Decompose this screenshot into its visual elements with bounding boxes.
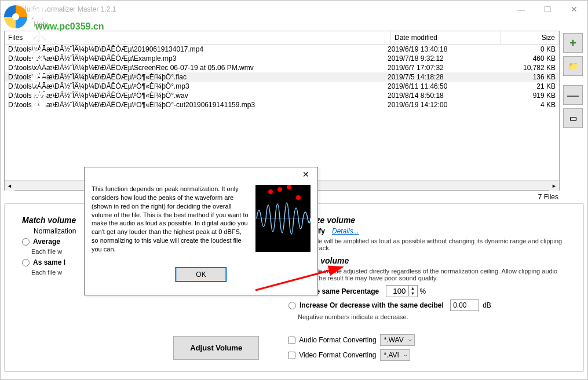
adjust-volume-button[interactable]: Adjust Volume <box>173 336 259 360</box>
assame-radio[interactable] <box>22 259 30 266</box>
file-name: D:\tools\xÀÃæ\ÐÂ½¨ÎÄ¼þ¼Ð\ÐÂÊÓÆµ\ºÓ¶«Èí¼þ… <box>8 92 388 100</box>
percentage-input[interactable] <box>386 286 407 297</box>
file-date: 2019/6/7 17:07:32 <box>388 64 498 72</box>
add-file-button[interactable]: + <box>563 33 583 53</box>
table-row[interactable]: D:\tools\xÀÃæ\ÐÂ½¨ÎÄ¼þ¼Ð\ÐÂÊÓÆµ\ºÓ¶«Èí¼þ… <box>5 82 559 91</box>
menu-help[interactable]: Help <box>28 18 54 31</box>
svg-point-2 <box>277 187 282 192</box>
table-row[interactable]: D:\tools\xÀÃæ\ÐÂ½¨ÎÄ¼þ¼Ð\ÐÂÊÓÆµ\ºÓ¶«Èí¼þ… <box>5 72 559 82</box>
average-label: Average <box>33 237 60 246</box>
video-format-select[interactable]: *.AVI <box>380 349 410 361</box>
table-row[interactable]: D:\tools\xÀÃæ\ÐÂ½¨ÎÄ¼þ¼Ð\ÐÂÊÓÆµ\ScreenRe… <box>5 63 559 72</box>
tooltip-close-button[interactable]: ✕ <box>298 170 314 181</box>
file-name: D:\tools\xÀÃæ\ÐÂ½¨ÎÄ¼þ¼Ð\ÐÂÊÓÆµ\Example.… <box>8 54 388 63</box>
maximize-title: Maximize volume <box>288 215 566 225</box>
side-buttons: + 📁 — ▭ <box>563 31 584 191</box>
file-size: 4 KB <box>498 101 556 109</box>
minimize-button[interactable]: — <box>507 1 534 18</box>
clear-button[interactable]: ▭ <box>563 108 583 128</box>
decibel-unit: dB <box>483 301 491 309</box>
file-size: 21 KB <box>498 82 556 90</box>
table-row[interactable]: D:\tools\xÀÃæ\ÐÂ½¨ÎÄ¼þ¼Ð\ÐÂÊÓÆµ\20190619… <box>5 45 559 54</box>
app-window: 河东软件园 www.pc0359.cn Volume Normalizer Ma… <box>0 0 588 380</box>
menubar: File Help <box>1 18 587 31</box>
svg-point-3 <box>287 185 291 189</box>
table-row[interactable]: D:\tools\xÀÃæ\ÐÂ½¨ÎÄ¼þ¼Ð\ÐÂÊÓÆµ\ºÓ¶«Èí¼þ… <box>5 100 559 109</box>
file-name: D:\tools\xÀÃæ\ÐÂ½¨ÎÄ¼þ¼Ð\ÐÂÊÓÆµ\ºÓ¶«Èí¼þ… <box>8 101 388 109</box>
spin-down-icon[interactable]: ▼ <box>408 291 417 296</box>
bottom-controls: Adjust Volume Audio Format Converting *.… <box>10 330 578 366</box>
file-headers: Files Date modified Size <box>5 31 559 45</box>
file-name: D:\tools\xÀÃæ\ÐÂ½¨ÎÄ¼þ¼Ð\ÐÂÊÓÆµ\ºÓ¶«Èí¼þ… <box>8 82 388 90</box>
negative-note: Negative numbers indicate a decrease. <box>298 313 566 320</box>
file-name: D:\tools\xÀÃæ\ÐÂ½¨ÎÄ¼þ¼Ð\ÐÂÊÓÆµ\20190619… <box>8 45 388 53</box>
audio-format-label: Audio Format Converting <box>299 336 376 344</box>
col-size[interactable]: Size <box>501 31 559 44</box>
file-size: 136 KB <box>498 73 556 81</box>
average-radio[interactable] <box>22 238 30 246</box>
file-name: D:\tools\xÀÃæ\ÐÂ½¨ÎÄ¼þ¼Ð\ÐÂÊÓÆµ\ºÓ¶«Èí¼þ… <box>8 73 388 81</box>
file-date: 2019/7/18 9:32:12 <box>388 54 498 63</box>
svg-point-4 <box>296 195 301 200</box>
close-button[interactable]: ✕ <box>561 1 587 18</box>
window-title: Volume Normalizer Master 1.2.1 <box>17 5 116 13</box>
audio-format-checkbox[interactable] <box>288 337 295 344</box>
file-name: D:\tools\xÀÃæ\ÐÂ½¨ÎÄ¼þ¼Ð\ÐÂÊÓÆµ\ScreenRe… <box>8 64 388 72</box>
table-row[interactable]: D:\tools\xÀÃæ\ÐÂ½¨ÎÄ¼þ¼Ð\ÐÂÊÓÆµ\ºÓ¶«Èí¼þ… <box>5 91 559 100</box>
file-date: 2019/7/5 14:18:28 <box>388 73 498 81</box>
spin-up-icon[interactable]: ▲ <box>408 286 417 291</box>
video-format-checkbox[interactable] <box>288 352 295 359</box>
details-link[interactable]: Details... <box>332 227 359 235</box>
percentage-spinner[interactable]: ▲▼ <box>386 285 418 297</box>
tooltip-text: This function depends on peak normalizat… <box>92 185 250 254</box>
video-format-label: Video Format Converting <box>299 351 376 359</box>
file-date: 2019/6/19 13:40:18 <box>388 45 498 53</box>
svg-line-5 <box>255 267 342 290</box>
col-date[interactable]: Date modified <box>391 31 501 44</box>
file-size: 460 KB <box>498 54 556 63</box>
file-date: 2019/6/11 11:46:50 <box>388 82 498 90</box>
remove-button[interactable]: — <box>563 85 583 105</box>
svg-point-1 <box>268 189 273 194</box>
file-size: 10,782 KB <box>498 64 556 72</box>
titlebar[interactable]: Volume Normalizer Master 1.2.1 — ☐ ✕ <box>1 1 587 18</box>
add-folder-button[interactable]: 📁 <box>563 56 583 76</box>
file-rows: D:\tools\xÀÃæ\ÐÂ½¨ÎÄ¼þ¼Ð\ÐÂÊÓÆµ\20190619… <box>5 45 559 180</box>
menu-file[interactable]: File <box>5 18 28 31</box>
file-size: 0 KB <box>498 45 556 53</box>
tooltip-ok-button[interactable]: OK <box>175 267 227 282</box>
col-files[interactable]: Files <box>5 31 391 44</box>
maximize-button[interactable]: ☐ <box>534 1 561 18</box>
assame-label: As same l <box>33 258 65 266</box>
file-size: 919 KB <box>498 92 556 100</box>
app-icon <box>4 5 13 14</box>
table-row[interactable]: D:\tools\xÀÃæ\ÐÂ½¨ÎÄ¼þ¼Ð\ÐÂÊÓÆµ\Example.… <box>5 54 559 63</box>
file-date: 2019/8/14 8:50:18 <box>388 92 498 100</box>
audio-format-select[interactable]: *.WAV <box>380 334 415 346</box>
decibel-label: Increase Or decrease with the same decib… <box>300 301 444 309</box>
scroll-left-icon[interactable]: ◄ <box>5 181 14 191</box>
decibel-input[interactable] <box>450 299 479 311</box>
decibel-radio[interactable] <box>288 302 296 309</box>
percentage-unit: % <box>420 287 426 295</box>
annotation-arrow-icon <box>250 238 354 296</box>
scroll-right-icon[interactable]: ► <box>549 181 559 191</box>
file-date: 2019/6/19 14:12:00 <box>388 101 498 109</box>
